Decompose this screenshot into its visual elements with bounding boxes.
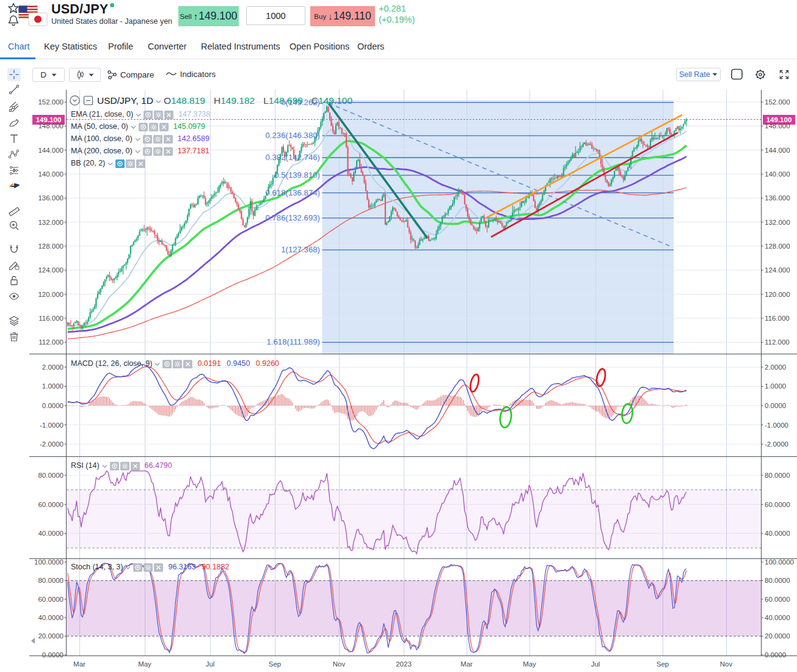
svg-text:1.0000: 1.0000 <box>42 382 64 390</box>
svg-text:-2.0000: -2.0000 <box>765 440 788 448</box>
svg-text:1(127.368): 1(127.368) <box>281 245 320 254</box>
svg-text:-1.0000: -1.0000 <box>40 422 64 429</box>
svg-text:144.000: 144.000 <box>765 147 790 154</box>
svg-text:1.0000: 1.0000 <box>765 382 786 390</box>
svg-text:Mar: Mar <box>460 660 473 668</box>
svg-text:40.0000: 40.0000 <box>38 530 64 537</box>
svg-text:May: May <box>138 660 151 668</box>
svg-text:0.786(132.693): 0.786(132.693) <box>266 213 320 222</box>
svg-text:152.000: 152.000 <box>765 98 790 106</box>
svg-text:40.0000: 40.0000 <box>765 530 790 537</box>
svg-text:120.000: 120.000 <box>38 291 64 298</box>
svg-text:149.100: 149.100 <box>36 116 62 123</box>
svg-text:0.0000: 0.0000 <box>42 402 64 409</box>
svg-text:0.0000: 0.0000 <box>765 402 786 409</box>
svg-text:80.0000: 80.0000 <box>765 472 790 479</box>
svg-text:2023: 2023 <box>396 660 412 668</box>
svg-text:100.0000: 100.0000 <box>34 558 64 566</box>
svg-text:80.0000: 80.0000 <box>765 577 790 584</box>
svg-text:128.000: 128.000 <box>765 243 790 250</box>
svg-text:132.000: 132.000 <box>38 219 64 226</box>
svg-text:112.000: 112.000 <box>38 338 64 346</box>
svg-text:May: May <box>523 660 536 668</box>
svg-text:0.0000: 0.0000 <box>42 651 64 659</box>
svg-text:Sep: Sep <box>657 660 669 668</box>
svg-text:60.0000: 60.0000 <box>765 501 790 508</box>
svg-text:0.5(139.810): 0.5(139.810) <box>274 170 320 180</box>
svg-text:124.000: 124.000 <box>765 266 790 274</box>
svg-text:40.0000: 40.0000 <box>765 614 790 621</box>
svg-text:60.0000: 60.0000 <box>38 596 64 603</box>
svg-text:136.000: 136.000 <box>38 194 64 202</box>
svg-text:149.100: 149.100 <box>766 116 792 123</box>
svg-text:0.618(136.874): 0.618(136.874) <box>266 188 320 197</box>
svg-text:0.0000: 0.0000 <box>765 651 786 659</box>
svg-text:144.000: 144.000 <box>38 147 64 154</box>
svg-text:116.000: 116.000 <box>38 315 64 322</box>
svg-text:Jul: Jul <box>206 660 215 668</box>
svg-text:116.000: 116.000 <box>765 315 790 322</box>
svg-text:Sep: Sep <box>269 660 281 668</box>
svg-text:0.382(142.746): 0.382(142.746) <box>266 153 320 162</box>
svg-text:-1.0000: -1.0000 <box>765 422 788 429</box>
svg-text:20.0000: 20.0000 <box>38 632 64 640</box>
svg-text:80.0000: 80.0000 <box>38 472 64 479</box>
svg-text:20.0000: 20.0000 <box>765 632 790 640</box>
svg-text:2.0000: 2.0000 <box>765 363 786 371</box>
svg-text:Mar: Mar <box>73 660 86 668</box>
svg-text:60.0000: 60.0000 <box>38 501 64 508</box>
svg-text:Nov: Nov <box>333 660 346 668</box>
svg-text:140.000: 140.000 <box>38 170 64 178</box>
svg-text:120.000: 120.000 <box>765 291 790 298</box>
svg-text:100.0000: 100.0000 <box>765 558 794 566</box>
svg-text:Jul: Jul <box>591 660 600 668</box>
svg-text:112.000: 112.000 <box>765 338 790 346</box>
svg-text:132.000: 132.000 <box>765 219 790 226</box>
svg-text:152.000: 152.000 <box>38 98 64 106</box>
svg-text:128.000: 128.000 <box>38 243 64 250</box>
svg-text:2.0000: 2.0000 <box>42 363 64 371</box>
svg-text:80.0000: 80.0000 <box>38 577 64 584</box>
svg-text:40.0000: 40.0000 <box>38 614 64 621</box>
svg-text:1.618(111.989): 1.618(111.989) <box>267 337 321 346</box>
svg-text:Nov: Nov <box>720 660 733 668</box>
svg-text:-2.0000: -2.0000 <box>40 440 64 448</box>
svg-text:60.0000: 60.0000 <box>765 596 790 603</box>
svg-text:0.236(146.380): 0.236(146.380) <box>266 131 320 140</box>
svg-text:124.000: 124.000 <box>38 266 64 274</box>
svg-text:136.000: 136.000 <box>765 194 790 202</box>
svg-text:140.000: 140.000 <box>765 170 790 178</box>
